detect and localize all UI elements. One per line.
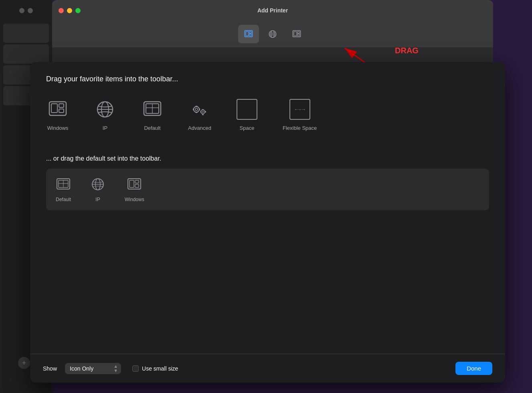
small-size-checkbox[interactable]	[132, 365, 139, 372]
svg-rect-3	[249, 34, 251, 36]
svg-rect-34	[200, 111, 202, 113]
default-set-default-icon	[56, 177, 71, 193]
small-size-option: Use small size	[132, 365, 178, 372]
default-set-ip-label: IP	[95, 197, 100, 202]
svg-point-30	[201, 110, 205, 114]
toolbar	[52, 21, 493, 47]
ip-label: IP	[103, 125, 107, 131]
grid-item-default[interactable]: Default	[141, 98, 164, 131]
default-set-title: ... or drag the default set into the too…	[46, 155, 489, 162]
sidebar-item	[3, 44, 49, 64]
traffic-lights	[59, 8, 81, 13]
toolbar-ip-button[interactable]	[262, 25, 283, 43]
svg-rect-28	[193, 109, 194, 111]
show-select-wrapper[interactable]: Icon Only Icon and Text Text Only ▲ ▼	[65, 363, 121, 374]
default-label: Default	[144, 125, 160, 131]
dialog-footer: Show Icon Only Icon and Text Text Only ▲…	[30, 354, 505, 383]
svg-rect-9	[297, 32, 299, 33]
advanced-label: Advanced	[188, 125, 211, 131]
space-icon	[235, 98, 259, 121]
default-set-box[interactable]: Default IP	[46, 169, 489, 210]
left-tl-1	[19, 8, 24, 13]
svg-rect-29	[199, 109, 200, 111]
minimize-button[interactable]	[67, 8, 72, 13]
svg-rect-2	[249, 32, 251, 33]
svg-rect-35	[205, 111, 206, 113]
toolbar-windows-button[interactable]	[286, 25, 307, 43]
grid-item-flexible-space[interactable]: Flexible Space	[283, 98, 317, 131]
toolbar-default-button[interactable]	[238, 25, 259, 43]
grid-item-windows[interactable]: Windows	[46, 98, 69, 131]
space-label: Space	[240, 125, 255, 131]
grid-item-ip[interactable]: IP	[93, 98, 117, 131]
maximize-button[interactable]	[75, 8, 81, 13]
default-set-item-ip[interactable]: IP	[90, 177, 105, 202]
show-label: Show	[43, 365, 57, 372]
done-button[interactable]: Done	[455, 362, 492, 375]
svg-point-24	[194, 107, 199, 112]
grid-item-space[interactable]: Space	[235, 98, 259, 131]
default-icon	[141, 98, 164, 121]
svg-rect-15	[59, 104, 64, 107]
windows-label: Windows	[47, 125, 69, 131]
svg-rect-27	[196, 112, 198, 113]
sidebar-item	[3, 24, 49, 43]
svg-rect-32	[202, 109, 204, 111]
svg-point-25	[195, 108, 198, 111]
customize-toolbar-dialog: Drag your favorite items into the toolba…	[30, 62, 505, 383]
left-traffic-lights	[19, 8, 33, 13]
svg-rect-33	[202, 114, 204, 115]
dialog-body: Drag your favorite items into the toolba…	[30, 62, 505, 354]
default-set-ip-icon	[90, 177, 105, 193]
svg-rect-14	[51, 104, 57, 113]
toolbar-items-grid: Windows IP	[46, 98, 489, 131]
grid-item-advanced[interactable]: Advanced	[188, 98, 211, 131]
svg-rect-1	[246, 32, 249, 36]
svg-rect-26	[196, 106, 198, 107]
svg-rect-10	[297, 34, 299, 36]
show-select[interactable]: Icon Only Icon and Text Text Only	[65, 363, 121, 374]
svg-rect-16	[59, 109, 64, 113]
window-title: Add Printer	[257, 7, 288, 14]
svg-rect-8	[294, 32, 297, 36]
svg-point-31	[202, 111, 204, 113]
default-set-item-default[interactable]: Default	[56, 177, 71, 202]
advanced-icon	[188, 98, 211, 121]
default-set-item-windows[interactable]: Windows	[125, 177, 144, 202]
svg-rect-45	[135, 180, 139, 183]
windows-icon	[46, 98, 69, 121]
add-button[interactable]: +	[18, 357, 30, 369]
flexible-space-label: Flexible Space	[283, 125, 317, 131]
default-set-windows-label: Windows	[125, 197, 144, 202]
ip-icon	[93, 98, 117, 121]
title-bar: Add Printer	[52, 0, 493, 21]
default-set-default-label: Default	[56, 197, 71, 202]
left-tl-2	[28, 8, 33, 13]
svg-rect-44	[129, 180, 134, 187]
flexible-space-icon	[288, 98, 312, 121]
svg-rect-46	[135, 184, 139, 187]
dialog-drag-title: Drag your favorite items into the toolba…	[46, 75, 489, 83]
close-button[interactable]	[59, 8, 64, 13]
small-size-label: Use small size	[142, 365, 178, 372]
default-set-windows-icon	[127, 177, 142, 193]
